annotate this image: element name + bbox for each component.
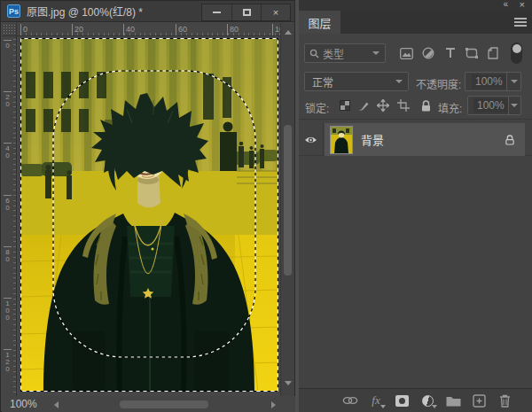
panel-header-strip: « × [299, 0, 532, 11]
panel-close-icon[interactable]: × [520, 0, 525, 10]
ruler-tick-label: 40 [4, 143, 12, 159]
chevron-down-icon [395, 80, 403, 83]
horizontal-scroll-thumb[interactable] [120, 400, 208, 408]
layer-thumbnail[interactable] [330, 126, 353, 154]
close-button[interactable]: × [261, 4, 290, 20]
fill-value: 100% [473, 98, 508, 113]
opacity-label: 不透明度: [416, 76, 461, 91]
lock-image-pixels-brush-icon[interactable] [355, 97, 372, 114]
ruler-tick-label: 80 [4, 246, 12, 262]
eye-icon [304, 136, 317, 144]
document-window: Ps 原图.jpg @ 100%(红/8) * × 0 20 40 60 80 … [0, 0, 295, 412]
new-layer-icon[interactable] [471, 393, 487, 408]
filter-type-select[interactable]: 类型 [304, 43, 386, 63]
blend-mode-value: 正常 [312, 74, 333, 89]
layers-panel: « × 图层 类型 正常 不透明度: 100% 锁定: [299, 0, 532, 412]
link-layers-icon[interactable] [342, 393, 358, 408]
scroll-up-icon[interactable] [285, 30, 292, 35]
chevron-down-icon [372, 51, 379, 55]
scroll-down-icon[interactable] [285, 381, 292, 385]
minimize-icon [213, 12, 221, 13]
ruler-tick-label: 0 [4, 40, 12, 49]
delete-layer-trash-icon[interactable] [497, 393, 512, 408]
fill-dropdown[interactable] [508, 97, 520, 114]
new-group-folder-icon[interactable] [445, 393, 461, 408]
ruler-tick-label: 20 [72, 24, 83, 36]
horizontal-ruler[interactable]: 0 20 40 60 80 10 [17, 23, 281, 36]
ruler-tick-label: 0 [20, 24, 27, 36]
close-icon: × [273, 7, 278, 18]
filter-adjustment-layers-icon[interactable] [419, 44, 437, 62]
zoom-level[interactable]: 100% [10, 398, 37, 410]
ruler-tick-label: 20 [4, 91, 12, 107]
layer-locked-icon [505, 135, 514, 145]
document-title: 原图.jpg @ 100%(红/8) * [27, 4, 143, 19]
maximize-button[interactable] [231, 4, 261, 20]
filter-type-label: 类型 [323, 46, 344, 61]
status-bar: 100% [2, 396, 295, 412]
layer-thumbnail-image [331, 127, 352, 153]
search-icon [309, 49, 319, 58]
chevron-down-icon [511, 104, 518, 107]
panel-menu-icon[interactable] [514, 18, 527, 28]
fill-select[interactable]: 100% [467, 96, 521, 115]
filtering-toggle[interactable] [511, 43, 522, 64]
panel-tab-row: 图层 [299, 11, 532, 34]
ruler-tick-label: 80 [227, 24, 239, 36]
visibility-cell[interactable] [299, 123, 324, 156]
chevron-down-icon [511, 80, 518, 83]
layer-row-background[interactable]: 背景 [299, 123, 532, 156]
opacity-value: 100% [472, 74, 506, 89]
filter-smart-objects-icon[interactable] [484, 44, 502, 62]
ruler-origin-box[interactable] [2, 23, 17, 36]
lock-transparent-pixels-icon[interactable] [336, 97, 354, 114]
layer-name: 背景 [361, 131, 384, 148]
layer-style-fx-icon[interactable]: fx [368, 393, 384, 408]
fill-label: 填充: [438, 100, 462, 115]
window-controls: × [201, 4, 291, 21]
filter-shape-layers-icon[interactable] [463, 44, 481, 62]
lock-artboard-nesting-icon[interactable] [395, 97, 412, 114]
layers-bottom-toolbar: fx [299, 388, 532, 412]
vertical-scrollbar[interactable] [280, 23, 294, 396]
opacity-select[interactable]: 100% [465, 72, 521, 91]
document-titlebar[interactable]: Ps 原图.jpg @ 100%(红/8) * × [1, 1, 294, 22]
scroll-right-icon[interactable] [271, 401, 276, 408]
ruler-tick-label: 120 [4, 349, 12, 372]
collapse-panel-icon[interactable]: « [503, 0, 507, 9]
lock-all-icon[interactable] [417, 97, 434, 114]
vertical-scroll-thumb[interactable] [284, 125, 292, 276]
lock-position-move-icon[interactable] [374, 97, 392, 114]
photo-scene [20, 38, 278, 392]
maximize-icon [243, 9, 251, 16]
opacity-dropdown[interactable] [506, 73, 520, 90]
minimize-button[interactable] [202, 4, 231, 20]
ruler-tick-label: 100 [4, 298, 12, 321]
blend-mode-select[interactable]: 正常 [304, 72, 409, 91]
scroll-left-icon[interactable] [54, 401, 59, 408]
lock-label: 锁定: [305, 100, 329, 115]
layer-row-body[interactable]: 背景 [325, 123, 525, 156]
tab-layers[interactable]: 图层 [299, 11, 340, 34]
filter-type-layers-icon[interactable] [442, 44, 459, 62]
vertical-ruler[interactable]: 0 20 40 60 80 100 120 [2, 36, 17, 396]
layers-list: 背景 [299, 120, 532, 388]
ruler-tick-label: 40 [123, 24, 135, 36]
new-adjustment-layer-icon[interactable] [419, 393, 435, 408]
filter-pixel-layers-icon[interactable] [397, 44, 415, 62]
photoshop-app-icon: Ps [7, 4, 20, 18]
add-layer-mask-icon[interactable] [394, 393, 410, 408]
canvas-image[interactable] [20, 38, 278, 392]
ruler-tick-label: 60 [176, 24, 187, 36]
ruler-tick-label: 60 [4, 195, 12, 211]
